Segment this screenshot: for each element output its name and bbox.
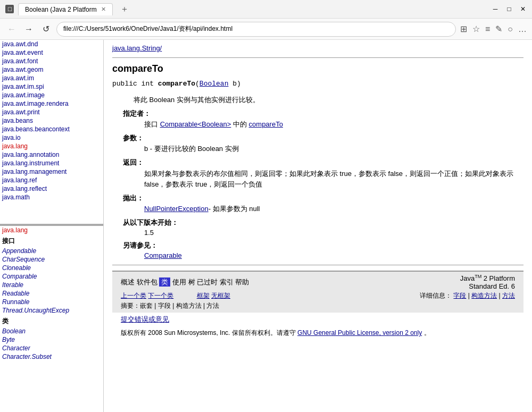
comparable-boolean-link[interactable]: Comparable<Boolean> [160, 120, 231, 128]
sidebar-class-Appendable[interactable]: Appendable [0, 247, 103, 255]
nav-item-树[interactable]: 树 [188, 278, 195, 286]
favorites-icon[interactable]: ☆ [472, 24, 480, 34]
sidebar-class-Readable[interactable]: Readable [0, 289, 103, 298]
next-class-link[interactable]: 下一个类 [148, 292, 173, 299]
compare-to-link[interactable]: compareTo [249, 120, 283, 128]
summary-method-link[interactable]: 方法 [206, 302, 219, 309]
params-section: 参数： b - 要进行比较的 Boolean 实例 [123, 133, 523, 154]
specified-by-in: 中的 [231, 120, 248, 128]
sidebar-item-java-lang-instrument[interactable]: java.lang.instrument [0, 159, 103, 167]
minimize-button[interactable]: ─ [492, 5, 499, 13]
specified-by-text: 接口 [144, 120, 160, 128]
sidebar-class-Character-Subset[interactable]: Character.Subset [0, 352, 103, 361]
no-frame-link[interactable]: 无框架 [211, 292, 230, 299]
feedback-section: 提交错误或意见 [112, 313, 523, 326]
refresh-button[interactable]: ↺ [39, 23, 52, 36]
addressbar-right: ⊞ ☆ ≡ ✎ ○ … [460, 24, 527, 34]
sidebar-item-java-awt-im-spi[interactable]: java.awt.im.spi [0, 82, 103, 91]
nav-item-已过时[interactable]: 已过时 [197, 278, 218, 286]
edit-icon[interactable]: ✎ [495, 24, 502, 34]
sidebar-package-name[interactable]: java.lang [0, 226, 103, 234]
sidebar: java.awt.dndjava.awt.eventjava.awt.fontj… [0, 40, 104, 412]
nav-links: 概述 软件包 类 使用 树 已过时 索引 帮助 [121, 278, 249, 287]
summary-constructor-link[interactable]: 构造方法 [176, 302, 202, 309]
sidebar-item-java-math[interactable]: java.math [0, 193, 103, 201]
split-view-icon[interactable]: ⊞ [460, 24, 467, 34]
sidebar-section-类: 类 [0, 315, 103, 327]
titlebar-right: ─ □ ✕ [492, 5, 527, 13]
sidebar-item-java-awt-event[interactable]: java.awt.event [0, 48, 103, 57]
sidebar-item-java-beans[interactable]: java.beans [0, 116, 103, 125]
forward-button[interactable]: → [22, 23, 35, 36]
top-divider [112, 57, 523, 58]
params-label: 参数： [123, 133, 523, 143]
sidebar-item-java-awt-geom[interactable]: java.awt.geom [0, 65, 103, 74]
specified-by-content: 接口 Comparable<Boolean> 中的 compareTo [144, 120, 523, 129]
close-button[interactable]: ✕ [519, 5, 527, 13]
nav-item-概述[interactable]: 概述 [121, 278, 135, 286]
detail-constructor-link[interactable]: 构造方法 [471, 292, 497, 299]
top-link[interactable]: java.lang.String/ [112, 44, 162, 52]
sidebar-class-Boolean[interactable]: Boolean [0, 327, 103, 335]
sidebar-packages[interactable]: java.awt.dndjava.awt.eventjava.awt.fontj… [0, 40, 103, 226]
since-section: 从以下版本开始： 1.5 [123, 218, 523, 237]
sidebar-classes[interactable]: java.lang接口AppendableCharSequenceCloneab… [0, 226, 103, 412]
comparable-link[interactable]: Comparable [144, 251, 182, 259]
sidebar-item-java-awt-dnd[interactable]: java.awt.dnd [0, 40, 103, 48]
sidebar-item-java-awt-im[interactable]: java.awt.im [0, 74, 103, 82]
method-sig-link[interactable]: Boolean [200, 80, 229, 88]
profile-icon[interactable]: ○ [508, 24, 513, 34]
method-description: 将此 Boolean 实例与其他实例进行比较。 [134, 95, 523, 105]
sidebar-item-java-lang[interactable]: java.lang [0, 142, 103, 150]
browser-tab[interactable]: Boolean (Java 2 Platform ✕ [18, 3, 113, 15]
specified-by-section: 指定者： 接口 Comparable<Boolean> 中的 compareTo [123, 109, 523, 129]
nav-item-软件包[interactable]: 软件包 [137, 278, 157, 286]
prev-class-link[interactable]: 上一个类 [121, 292, 146, 299]
sidebar-item-java-lang-annotation[interactable]: java.lang.annotation [0, 150, 103, 159]
frame-link[interactable]: 框架 [197, 292, 210, 299]
description-section: 将此 Boolean 实例与其他实例进行比较。 [123, 95, 523, 105]
license-link[interactable]: GNU General Public License, version 2 on… [297, 329, 422, 337]
summary-field-link[interactable]: 字段 [158, 302, 171, 309]
sidebar-class-Iterable[interactable]: Iterable [0, 281, 103, 289]
detail-field-link[interactable]: 字段 [453, 292, 466, 299]
url-input[interactable] [56, 22, 456, 37]
sidebar-class-Comparable[interactable]: Comparable [0, 272, 103, 281]
returns-content: 如果对象与参数表示的布尔值相同，则返回零；如果此对象表示 true，参数表示 f… [144, 169, 523, 189]
menu-icon[interactable]: ≡ [485, 24, 490, 34]
sidebar-class-CharSequence[interactable]: CharSequence [0, 255, 103, 264]
nav-item-使用[interactable]: 使用 [172, 278, 186, 286]
sidebar-item-java-awt-image[interactable]: java.awt.image [0, 91, 103, 99]
sidebar-item-java-io[interactable]: java.io [0, 133, 103, 142]
sidebar-item-java-lang-management[interactable]: java.lang.management [0, 167, 103, 176]
feedback-link[interactable]: 提交错误或意见 [121, 315, 169, 323]
sidebar-class-Thread-UncaughtExcep[interactable]: Thread.UncaughtExcep [0, 306, 103, 315]
detail-links: 详细信息： 字段 | 构造方法 | 方法 [420, 291, 515, 300]
nav-item-类: 类 [159, 278, 170, 287]
bottom-nav-top: 概述 软件包 类 使用 树 已过时 索引 帮助 JavaTM 2 Platfor… [121, 274, 515, 290]
sidebar-item-java-lang-reflect[interactable]: java.lang.reflect [0, 184, 103, 193]
sidebar-item-java-beans-beancontext[interactable]: java.beans.beancontext [0, 125, 103, 133]
sidebar-item-java-awt-image-rendera[interactable]: java.awt.image.rendera [0, 99, 103, 108]
npe-link[interactable]: NullPointerException [144, 205, 209, 213]
sidebar-class-Character[interactable]: Character [0, 344, 103, 352]
detail-method-link[interactable]: 方法 [502, 292, 515, 299]
throws-text: - 如果参数为 null [209, 205, 260, 213]
content-area[interactable]: java.lang.String/ compareTo public int c… [104, 40, 532, 412]
sidebar-class-Runnable[interactable]: Runnable [0, 298, 103, 306]
sidebar-item-java-lang-ref[interactable]: java.lang.ref [0, 176, 103, 184]
new-tab-button[interactable]: ＋ [117, 4, 132, 15]
more-icon[interactable]: … [518, 24, 527, 34]
maximize-button[interactable]: □ [505, 5, 513, 13]
sidebar-item-java-awt-font[interactable]: java.awt.font [0, 57, 103, 65]
sidebar-item-java-awt-print[interactable]: java.awt.print [0, 108, 103, 116]
sidebar-class-Cloneable[interactable]: Cloneable [0, 264, 103, 272]
throws-label: 抛出： [123, 194, 523, 203]
nav-item-帮助[interactable]: 帮助 [235, 278, 249, 286]
sidebar-class-Byte[interactable]: Byte [0, 335, 103, 344]
prev-next-links: 上一个类 下一个类 框架 无框架 [121, 291, 230, 300]
nav-item-索引[interactable]: 索引 [220, 278, 234, 286]
trademark-symbol: TM [475, 274, 481, 279]
back-button[interactable]: ← [5, 23, 18, 36]
tab-close-btn[interactable]: ✕ [101, 6, 106, 13]
